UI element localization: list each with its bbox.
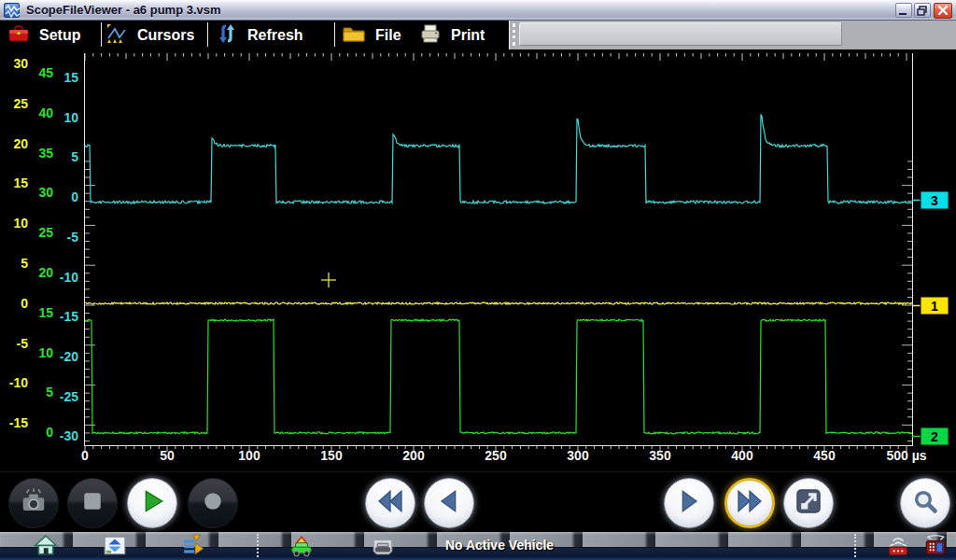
step-back-button[interactable]	[424, 478, 474, 528]
home-icon[interactable]	[34, 534, 58, 558]
svg-text:25: 25	[13, 96, 28, 111]
statusbar-separator	[257, 534, 259, 557]
vehicle-select-icon[interactable]	[289, 534, 314, 558]
svg-text:-5: -5	[17, 336, 29, 351]
playback-bar: 00:00:094	[0, 471, 956, 532]
print-label: Print	[451, 27, 485, 44]
expand-button[interactable]	[783, 478, 834, 528]
svg-text:0: 0	[46, 425, 53, 440]
svg-text:5: 5	[46, 385, 53, 399]
file-label: File	[375, 27, 401, 44]
setup-button[interactable]: Setup	[7, 21, 80, 49]
svg-text:15: 15	[63, 70, 78, 85]
svg-text:-10: -10	[9, 375, 28, 390]
waveform-channel-1	[85, 302, 912, 304]
restore-button[interactable]	[914, 3, 931, 18]
svg-text:400: 400	[731, 448, 753, 463]
svg-text:20: 20	[38, 265, 53, 280]
stop-icon	[78, 487, 106, 519]
svg-text:100: 100	[238, 448, 260, 463]
snapshot-button[interactable]	[8, 478, 59, 528]
play-button[interactable]	[127, 478, 177, 528]
svg-text:-10: -10	[60, 270, 78, 285]
svg-text:40: 40	[38, 105, 53, 120]
svg-text:-15: -15	[60, 309, 78, 324]
fast-forward-button[interactable]	[724, 478, 775, 528]
svg-text:30: 30	[13, 56, 28, 71]
svg-text:2: 2	[931, 429, 938, 444]
cursors-button[interactable]: Cursors	[105, 21, 194, 49]
toolbar-separator	[207, 22, 208, 47]
svg-text:250: 250	[485, 448, 507, 463]
toolbar-empty-panel	[519, 22, 842, 46]
window-arrows-icon[interactable]	[103, 534, 127, 558]
svg-text:5: 5	[71, 149, 78, 164]
scope-file-viewer-window: ScopeFileViewer - a6 pump 3.vsm Setup Cu…	[0, 0, 956, 560]
svg-text:3: 3	[931, 193, 938, 208]
svg-text:0: 0	[21, 296, 28, 311]
svg-text:10: 10	[13, 216, 28, 231]
svg-text:300: 300	[567, 448, 589, 463]
svg-text:5: 5	[21, 256, 28, 271]
scope-display: 302520151050-5-10-1545403530252015105015…	[0, 49, 956, 471]
svg-text:-30: -30	[60, 428, 78, 443]
toolbox-icon	[7, 23, 30, 48]
scope-canvas[interactable]: 302520151050-5-10-1545403530252015105015…	[0, 49, 956, 471]
record-icon	[199, 487, 227, 519]
svg-text:500 µs: 500 µs	[886, 448, 926, 463]
svg-text:-5: -5	[67, 230, 79, 245]
file-button[interactable]: File	[342, 21, 401, 49]
crosshair-cursor[interactable]	[321, 273, 336, 287]
window-title: ScopeFileViewer - a6 pump 3.vsm	[26, 3, 221, 17]
time-axis-labels: 050100150200250300350400450500 µs	[81, 448, 927, 463]
svg-text:1: 1	[931, 299, 938, 314]
rewind-button[interactable]	[365, 478, 415, 528]
interface-device-icon[interactable]	[922, 534, 947, 558]
green-scale: 454035302520151050	[38, 65, 53, 440]
channel-marker-1[interactable]: 1	[912, 297, 949, 315]
cyan-scale: 151050-5-10-15-20-25-30	[60, 70, 78, 443]
rewind-icon	[375, 486, 405, 520]
svg-text:30: 30	[38, 185, 53, 200]
fast-forward-icon	[735, 486, 765, 520]
cursors-icon	[105, 23, 128, 48]
minimize-button[interactable]	[895, 3, 912, 18]
svg-text:200: 200	[402, 448, 425, 463]
wireless-device-icon[interactable]	[885, 534, 909, 558]
expand-icon	[793, 485, 824, 521]
vehicle-gray-icon[interactable]	[371, 534, 395, 558]
svg-text:35: 35	[38, 146, 53, 161]
channel-marker-3[interactable]: 3	[912, 191, 949, 209]
waveform-channel-3	[85, 115, 912, 203]
stop-button[interactable]	[67, 478, 118, 528]
active-vehicle-status: No Active Vehicle	[401, 538, 598, 553]
svg-text:20: 20	[13, 136, 28, 151]
titlebar: ScopeFileViewer - a6 pump 3.vsm	[0, 0, 956, 21]
close-icon[interactable]	[934, 3, 952, 19]
channel-marker-2[interactable]: 2	[912, 427, 949, 445]
svg-text:10: 10	[63, 110, 78, 125]
folder-icon	[342, 23, 366, 48]
refresh-label: Refresh	[247, 27, 303, 44]
record-button[interactable]	[188, 478, 238, 528]
svg-text:0: 0	[71, 189, 78, 204]
step-forward-button[interactable]	[664, 478, 714, 528]
step-forward-icon	[674, 486, 704, 520]
svg-text:15: 15	[13, 175, 28, 190]
print-button[interactable]: Print	[419, 21, 485, 49]
play-icon	[137, 486, 167, 520]
cursors-label: Cursors	[137, 27, 194, 44]
svg-text:350: 350	[649, 448, 671, 463]
refresh-button[interactable]: Refresh	[216, 21, 303, 49]
yellow-scale: 302520151050-5-10-15	[9, 56, 28, 430]
svg-text:0: 0	[81, 448, 89, 463]
svg-text:150: 150	[320, 448, 343, 463]
svg-text:25: 25	[38, 225, 53, 240]
document-arrows-icon[interactable]	[182, 534, 206, 558]
toolbar-grip[interactable]	[513, 23, 515, 46]
zoom-button[interactable]	[900, 478, 950, 528]
scope-trace-icon	[4, 3, 20, 18]
setup-label: Setup	[39, 27, 80, 44]
scope-frame	[84, 53, 913, 452]
svg-text:50: 50	[160, 448, 175, 463]
